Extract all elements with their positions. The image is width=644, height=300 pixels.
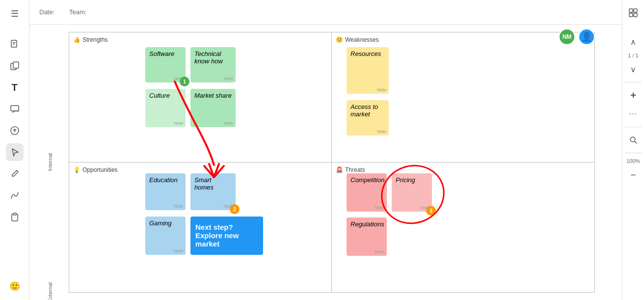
svg-rect-11 <box>634 9 637 12</box>
comment-icon[interactable] <box>6 100 24 118</box>
weaknesses-quadrant: 😕 Weaknesses Resources Note Access to ma… <box>332 32 594 163</box>
pagination: 1 / 1 <box>628 53 638 58</box>
note-label: Note <box>174 248 183 253</box>
note-regulations[interactable]: Regulations Note <box>347 218 387 256</box>
pen-icon[interactable] <box>6 165 24 183</box>
clipboard-icon[interactable] <box>6 208 24 226</box>
team-label: Team: <box>69 8 86 16</box>
user-avatars: NM 👤 <box>559 28 595 45</box>
external-label: External <box>47 227 53 300</box>
thumbs-up-icon: 👍 <box>73 36 80 43</box>
menu-icon[interactable]: ☰ <box>6 5 24 23</box>
opportunities-quadrant: 💡 Opportunities Education Note Smart hom… <box>69 163 332 293</box>
emoji-icon[interactable]: 🙂 <box>6 277 24 295</box>
note-label: Note <box>224 121 233 126</box>
note-label: Note <box>375 249 384 254</box>
divider3 <box>624 153 642 153</box>
opportunities-label: 💡 Opportunities <box>73 166 117 173</box>
note-label: Note <box>377 87 386 92</box>
note-label: Note <box>375 205 384 210</box>
threats-label: 🚨 Threats <box>336 166 365 173</box>
note-gaming[interactable]: Gaming Note <box>145 217 186 255</box>
search-icon[interactable] <box>625 132 641 148</box>
note-next-step[interactable]: Next step? Explore new market <box>190 217 263 255</box>
note-education[interactable]: Education Note <box>145 173 186 210</box>
add-icon[interactable]: + <box>625 87 641 103</box>
note-smart-homes[interactable]: Smart homes 2 Note <box>190 173 236 210</box>
note-label: Note <box>224 204 233 209</box>
zoom-out-icon[interactable]: − <box>625 167 641 183</box>
note-label: Note <box>377 129 386 134</box>
alert-icon: 🚨 <box>336 166 343 173</box>
note-label: Note <box>224 76 233 81</box>
note-pricing[interactable]: Pricing 3 Note <box>392 173 432 212</box>
main-content: Date: Team: Internal External 👍 Strength… <box>29 0 622 300</box>
bulb-icon: 💡 <box>73 166 80 173</box>
internal-label: Internal <box>47 97 53 227</box>
swot-grid: Internal External 👍 Strengths Software N… <box>69 32 595 293</box>
divider2 <box>624 127 642 127</box>
svg-rect-13 <box>634 13 637 17</box>
team-field: Team: <box>69 8 86 16</box>
note-resources[interactable]: Resources Note <box>347 47 389 94</box>
strengths-quadrant: 👍 Strengths Software Note 1 Technical kn… <box>69 32 332 163</box>
svg-rect-5 <box>11 106 19 111</box>
more-icon[interactable]: ··· <box>625 106 641 122</box>
sad-icon: 😕 <box>336 36 343 43</box>
note-label: Note <box>174 121 183 126</box>
avatar-nm[interactable]: NM <box>559 28 575 45</box>
note-label: Note <box>420 205 429 210</box>
svg-rect-1 <box>13 42 16 43</box>
date-field: Date: <box>39 8 54 16</box>
cursor-icon[interactable] <box>6 143 24 161</box>
svg-rect-10 <box>629 9 633 12</box>
curve-icon[interactable] <box>6 187 24 204</box>
divider <box>624 82 642 82</box>
zoom-level: 100% <box>626 158 640 164</box>
upload-icon[interactable] <box>6 122 24 139</box>
weaknesses-label: 😕 Weaknesses <box>336 36 378 43</box>
note-access-market[interactable]: Access to market Note <box>347 100 389 136</box>
avatar-user[interactable]: 👤 <box>578 28 595 45</box>
copy-icon[interactable] <box>6 57 24 75</box>
left-sidebar: ☰ T 🙂 <box>0 0 29 300</box>
note-software[interactable]: Software Note 1 <box>145 47 186 82</box>
note-culture[interactable]: Culture Note <box>145 89 186 127</box>
chevron-up-icon[interactable]: ∧ <box>625 34 641 50</box>
date-label: Date: <box>39 8 54 16</box>
canvas[interactable]: Internal External 👍 Strengths Software N… <box>29 25 622 300</box>
note-competition[interactable]: Competition Note <box>347 173 387 212</box>
svg-rect-12 <box>629 13 633 17</box>
svg-rect-4 <box>13 62 19 68</box>
badge-1: 1 <box>180 77 189 86</box>
grid-icon[interactable] <box>625 5 641 21</box>
svg-rect-8 <box>13 213 16 215</box>
chevron-down-icon[interactable]: ∨ <box>625 61 641 77</box>
note-label: Note <box>174 204 183 209</box>
topbar: Date: Team: <box>29 0 622 25</box>
note-market-share[interactable]: Market share Note <box>190 89 236 127</box>
note-technical[interactable]: Technical know how Note <box>190 47 236 82</box>
text-icon[interactable]: T <box>6 79 24 96</box>
right-sidebar: ∧ 1 / 1 ∨ + ··· 100% − <box>622 0 644 300</box>
document-icon[interactable] <box>6 35 24 53</box>
strengths-label: 👍 Strengths <box>73 36 107 43</box>
threats-quadrant: 🚨 Threats Competition Note Pricing 3 Not… <box>332 163 594 293</box>
svg-rect-2 <box>13 44 15 45</box>
